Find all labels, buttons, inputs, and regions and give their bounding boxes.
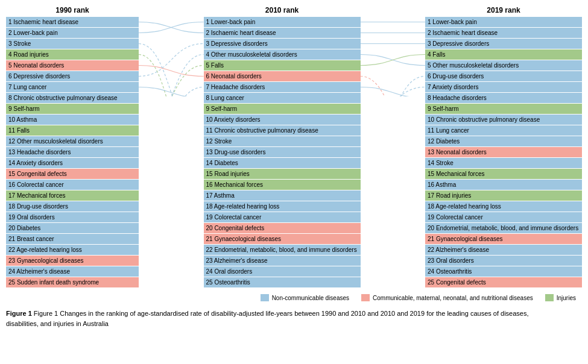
rank-item: 9 Self-harm (425, 104, 582, 114)
rank-item: 24 Oral disorders (204, 266, 361, 277)
rank-item: 13 Drug-use disorders (204, 147, 361, 157)
rank-item: 16 Mechanical forces (204, 180, 361, 190)
legend: Non-communicable diseases Communicable, … (6, 294, 582, 301)
rank-item: 23 Alzheimer's disease (204, 256, 361, 266)
rank-item: 14 Anxiety disorders (6, 158, 139, 168)
rank-item: 2 Ischaemic heart disease (204, 28, 361, 38)
legend-blue-label: Non-communicable diseases (272, 295, 349, 301)
rank-item: 3 Stroke (6, 39, 139, 49)
rank-item: 20 Diabetes (6, 223, 139, 233)
rank-item: 7 Anxiety disorders (425, 82, 582, 92)
rank-item: 11 Chronic obstructive pulmonary disease (204, 125, 361, 136)
legend-red: Communicable, maternal, neonatal, and nu… (361, 294, 533, 301)
rank-item: 22 Endometrial, metabolic, blood, and im… (204, 245, 361, 255)
legend-box-green (545, 294, 554, 301)
col3-items: 1 Lower-back pain2 Ischaemic heart disea… (425, 17, 582, 287)
rank-item: 25 Osteoarthritis (204, 277, 361, 287)
rank-item: 6 Drug-use disorders (425, 71, 582, 81)
rank-item: 6 Depressive disorders (6, 71, 139, 81)
rank-item: 18 Age-related hearing loss (425, 201, 582, 212)
rank-item: 2 Lower-back pain (6, 28, 139, 38)
rank-item: 3 Depressive disorders (204, 39, 361, 49)
figure-caption: Figure 1 Figure 1 Changes in the ranking… (6, 309, 549, 328)
rank-item: 15 Congenital defects (6, 169, 139, 179)
rank-item: 11 Falls (6, 125, 139, 136)
rank-item: 12 Stroke (204, 136, 361, 146)
rank-item: 8 Chronic obstructive pulmonary disease (6, 93, 139, 103)
rank-item: 13 Headache disorders (6, 147, 139, 157)
rank-item: 24 Alzheimer's disease (6, 266, 139, 277)
rank-item: 12 Other musculoskeletal disorders (6, 136, 139, 146)
rank-item: 23 Gynaecological diseases (6, 256, 139, 266)
rank-item: 6 Neonatal disorders (204, 71, 361, 81)
rank-item: 12 Diabetes (425, 136, 582, 146)
rank-item: 9 Self-harm (6, 104, 139, 114)
rank-item: 21 Gynaecological diseases (204, 234, 361, 244)
rank-item: 4 Other musculoskeletal disorders (204, 49, 361, 60)
rank-item: 18 Age-related hearing loss (204, 201, 361, 212)
col3-header: 2019 rank (425, 6, 582, 14)
columns-wrapper: 1990 rank 1 Ischaemic heart disease2 Low… (6, 6, 582, 288)
rank-item: 22 Age-related hearing loss (6, 245, 139, 255)
rank-item: 19 Colorectal cancer (204, 212, 361, 222)
rank-item: 23 Oral disorders (425, 256, 582, 266)
rank-item: 5 Falls (204, 60, 361, 71)
col1-header: 1990 rank (6, 6, 139, 14)
rank-item: 7 Headache disorders (204, 82, 361, 92)
rank-item: 8 Headache disorders (425, 93, 582, 103)
rank-item: 16 Colorectal cancer (6, 180, 139, 190)
col1-items: 1 Ischaemic heart disease2 Lower-back pa… (6, 17, 139, 287)
rank-item: 18 Drug-use disorders (6, 201, 139, 212)
column-2010: 2010 rank 1 Lower-back pain2 Ischaemic h… (204, 6, 361, 288)
rank-item: 17 Asthma (204, 190, 361, 201)
col2-header: 2010 rank (204, 6, 361, 14)
legend-red-label: Communicable, maternal, neonatal, and nu… (373, 295, 533, 301)
rank-item: 21 Breast cancer (6, 234, 139, 244)
rank-item: 24 Osteoarthritis (425, 266, 582, 277)
rank-item: 19 Oral disorders (6, 212, 139, 222)
rank-item: 3 Depressive disorders (425, 39, 582, 49)
rank-item: 15 Road injuries (204, 169, 361, 179)
column-1990: 1990 rank 1 Ischaemic heart disease2 Low… (6, 6, 139, 288)
rank-item: 1 Ischaemic heart disease (6, 17, 139, 27)
rank-item: 10 Anxiety disorders (204, 115, 361, 125)
legend-blue: Non-communicable diseases (261, 294, 349, 301)
rank-item: 14 Stroke (425, 158, 582, 168)
rank-item: 14 Diabetes (204, 158, 361, 168)
rank-item: 2 Ischaemic heart disease (425, 28, 582, 38)
rank-item: 7 Lung cancer (6, 82, 139, 92)
legend-box-red (361, 294, 370, 301)
column-2019: 2019 rank 1 Lower-back pain2 Ischaemic h… (425, 6, 582, 288)
rank-item: 20 Congenital defects (204, 223, 361, 233)
rank-item: 4 Falls (425, 49, 582, 60)
figure-label: Figure 1 (6, 310, 32, 317)
col2-items: 1 Lower-back pain2 Ischaemic heart disea… (204, 17, 361, 287)
legend-green: Injuries (545, 294, 576, 301)
rank-item: 25 Sudden infant death syndrome (6, 277, 139, 287)
rank-item: 20 Endometrial, metabolic, blood, and im… (425, 223, 582, 233)
rank-item: 1 Lower-back pain (425, 17, 582, 27)
rank-item: 22 Alzheimer's disease (425, 245, 582, 255)
rank-item: 8 Lung cancer (204, 93, 361, 103)
legend-green-label: Injuries (557, 295, 576, 301)
rank-item: 16 Asthma (425, 180, 582, 190)
rank-item: 5 Neonatal disorders (6, 60, 139, 71)
rank-item: 17 Mechanical forces (6, 190, 139, 201)
figure-caption-text: Figure 1 Changes in the ranking of age-s… (6, 310, 529, 327)
rank-item: 25 Congenital defects (425, 277, 582, 287)
rank-item: 9 Self-harm (204, 104, 361, 114)
rank-item: 5 Other musculoskeletal disorders (425, 60, 582, 71)
rank-item: 15 Mechanical forces (425, 169, 582, 179)
rank-item: 10 Asthma (6, 115, 139, 125)
rank-item: 19 Colorectal cancer (425, 212, 582, 222)
rank-item: 10 Chronic obstructive pulmonary disease (425, 115, 582, 125)
rank-item: 1 Lower-back pain (204, 17, 361, 27)
rank-item: 17 Road injuries (425, 190, 582, 201)
rank-item: 11 Lung cancer (425, 125, 582, 136)
rank-item: 4 Road injuries (6, 49, 139, 60)
chart-container: 1990 rank 1 Ischaemic heart disease2 Low… (6, 6, 582, 328)
legend-box-blue (261, 294, 269, 301)
rank-item: 21 Gynaecological diseases (425, 234, 582, 244)
rank-item: 13 Neonatal disorders (425, 147, 582, 157)
